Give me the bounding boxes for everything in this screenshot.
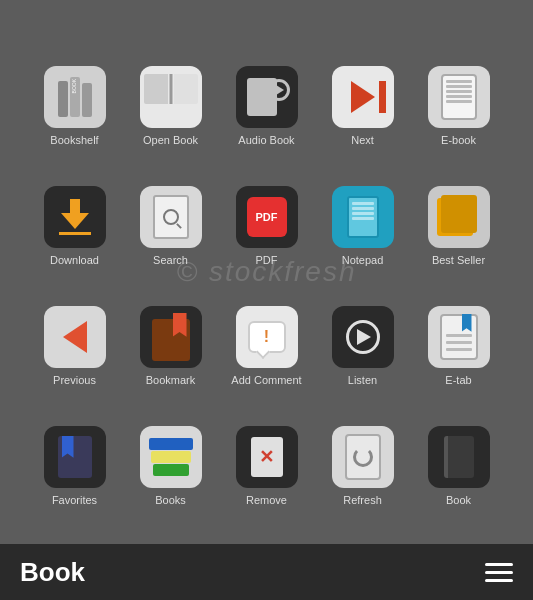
open-book-item[interactable]: Open Book	[123, 37, 219, 147]
pdf-label: PDF	[256, 254, 278, 267]
listen-item[interactable]: Listen	[315, 277, 411, 387]
audio-book-icon-box	[236, 66, 298, 128]
spine-1	[58, 81, 68, 117]
bestseller-item[interactable]: Best Seller	[411, 157, 507, 267]
book-right-page	[174, 74, 198, 104]
notepad-line-1	[352, 202, 374, 205]
notepad-icon	[347, 196, 379, 238]
refresh-label: Refresh	[343, 494, 382, 507]
ebook-line-2	[446, 85, 472, 88]
magnify-icon	[163, 209, 179, 225]
footer: Book	[0, 544, 533, 600]
search-icon-box	[140, 186, 202, 248]
hamburger-line-3	[485, 579, 513, 582]
remove-doc-icon: ✕	[251, 437, 283, 477]
download-icon	[49, 191, 101, 243]
previous-item[interactable]: Previous	[27, 277, 123, 387]
books-label: Books	[155, 494, 186, 507]
bookmark-icon-box	[140, 306, 202, 368]
notepad-line-3	[352, 212, 374, 215]
open-book-label: Open Book	[143, 134, 198, 147]
comment-bubble-icon: !	[248, 321, 286, 353]
exclamation-mark: !	[264, 328, 269, 346]
pdf-icon-box: PDF	[236, 186, 298, 248]
download-item[interactable]: Download	[27, 157, 123, 267]
listen-label: Listen	[348, 374, 377, 387]
search-item[interactable]: Search	[123, 157, 219, 267]
favorites-ribbon	[62, 436, 74, 458]
hamburger-line-2	[485, 571, 513, 574]
next-label: Next	[351, 134, 374, 147]
pdf-text: PDF	[256, 211, 278, 223]
audio-book-item[interactable]: Audio Book	[219, 37, 315, 147]
next-icon-box	[332, 66, 394, 128]
bookmark-item[interactable]: Bookmark	[123, 277, 219, 387]
etab-item[interactable]: E-tab	[411, 277, 507, 387]
previous-icon	[49, 311, 101, 363]
favorites-icon-box	[44, 426, 106, 488]
open-book-icon	[140, 66, 202, 128]
books-item[interactable]: Books	[123, 397, 219, 507]
notepad-item[interactable]: Notepad	[315, 157, 411, 267]
refresh-icon-box	[332, 426, 394, 488]
addcomment-item[interactable]: ! Add Comment	[219, 277, 315, 387]
download-base	[59, 232, 91, 235]
refresh-tablet	[345, 434, 381, 480]
notepad-icon-box	[332, 186, 394, 248]
ebook-label: E-book	[441, 134, 476, 147]
bookshelf-icon-box: BOOK	[44, 66, 106, 128]
refresh-circle-icon	[353, 447, 373, 467]
next-bar	[379, 81, 386, 113]
play-triangle-icon	[357, 329, 371, 345]
book-icon-box	[428, 426, 490, 488]
pdf-item[interactable]: PDF PDF	[219, 157, 315, 267]
favorites-item[interactable]: Favorites	[27, 397, 123, 507]
remove-item[interactable]: ✕ Remove	[219, 397, 315, 507]
next-arrow-shape	[351, 81, 375, 113]
book-back-face	[441, 195, 477, 233]
next-item[interactable]: Next	[315, 37, 411, 147]
book-item[interactable]: Book	[411, 397, 507, 507]
notepad-line-2	[352, 207, 374, 210]
hamburger-menu[interactable]	[485, 563, 513, 582]
footer-title: Book	[20, 557, 85, 588]
spine-3	[82, 83, 92, 117]
refresh-item[interactable]: Refresh	[315, 397, 411, 507]
favorites-label: Favorites	[52, 494, 97, 507]
speaker-triangle	[276, 85, 284, 95]
addcomment-label: Add Comment	[231, 374, 301, 387]
download-label: Download	[50, 254, 99, 267]
notepad-label: Notepad	[342, 254, 384, 267]
download-bar	[70, 199, 80, 213]
remove-icon-box: ✕	[236, 426, 298, 488]
search-label: Search	[153, 254, 188, 267]
ebook-item[interactable]: E-book	[411, 37, 507, 147]
bestseller-icon	[435, 193, 483, 241]
hamburger-line-1	[485, 563, 513, 566]
previous-icon-box	[44, 306, 106, 368]
audio-book-label: Audio Book	[238, 134, 294, 147]
bookshelf-label: Bookshelf	[50, 134, 98, 147]
search-device	[153, 195, 189, 239]
books-icon-box	[140, 426, 202, 488]
bestseller-icon-box	[428, 186, 490, 248]
etab-icon-box	[428, 306, 490, 368]
books-stack-icon	[149, 438, 193, 476]
ebook-line-5	[446, 100, 472, 103]
spine-label: BOOK	[70, 77, 80, 95]
addcomment-icon-box: !	[236, 306, 298, 368]
bookshelf-icon: BOOK	[52, 69, 98, 125]
x-mark-icon: ✕	[259, 446, 274, 468]
book-spine-center	[169, 74, 172, 104]
stack-book-2	[151, 451, 191, 463]
audio-book-icon	[241, 71, 293, 123]
ebook-line-1	[446, 80, 472, 83]
audio-speaker-icon	[268, 79, 290, 101]
etab-label: E-tab	[445, 374, 471, 387]
favorites-icon	[58, 436, 92, 478]
bookmark-label: Bookmark	[146, 374, 196, 387]
next-icon	[337, 71, 389, 123]
etab-bookmark-ribbon	[462, 314, 472, 332]
bookshelf-item[interactable]: BOOK Bookshelf	[27, 37, 123, 147]
icon-grid: BOOK Bookshelf Open Book	[27, 32, 507, 512]
